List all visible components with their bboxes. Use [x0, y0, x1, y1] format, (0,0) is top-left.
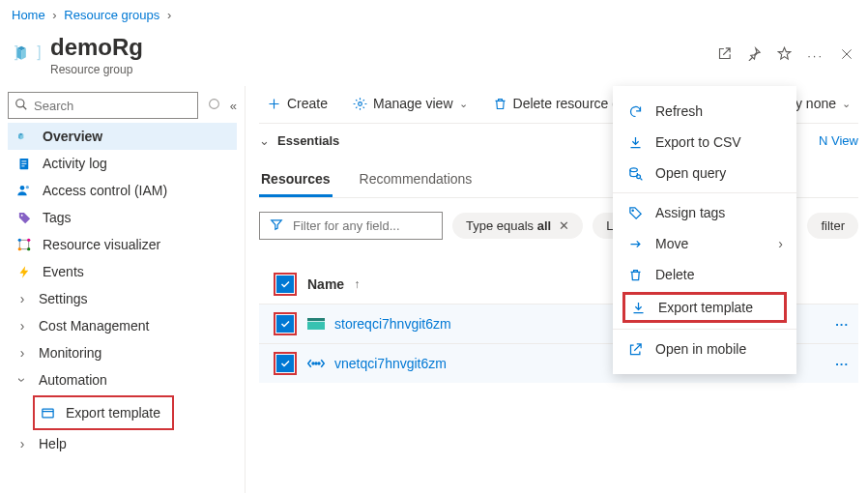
- svg-rect-3: [21, 160, 26, 161]
- collapse-sidebar-icon[interactable]: «: [230, 99, 237, 113]
- arrow-right-icon: [626, 237, 644, 251]
- sidebar-item-iam[interactable]: Access control (IAM): [8, 177, 237, 204]
- sidebar-item-label: Access control (IAM): [43, 183, 167, 198]
- svg-rect-4: [21, 162, 26, 163]
- trash-icon: [493, 97, 507, 111]
- page-title: demoRg: [50, 34, 143, 61]
- svg-point-7: [26, 186, 29, 188]
- visualizer-icon: [15, 237, 33, 252]
- svg-rect-5: [21, 165, 24, 166]
- menu-assign-tags[interactable]: Assign tags: [613, 197, 796, 228]
- resource-link[interactable]: storeqci7hnvgit6zm: [334, 316, 451, 332]
- chevron-down-icon: ⌄: [259, 133, 270, 148]
- svg-rect-15: [307, 318, 325, 321]
- add-filter-pill[interactable]: filter: [807, 213, 858, 239]
- svg-point-21: [636, 174, 640, 178]
- filter-input[interactable]: [293, 218, 432, 233]
- close-icon[interactable]: [839, 46, 854, 65]
- sidebar-item-overview[interactable]: Overview: [8, 123, 237, 150]
- type-filter-pill[interactable]: Type equals all ✕: [452, 213, 583, 239]
- chevron-right-icon: ›: [15, 345, 29, 361]
- template-icon: [39, 406, 56, 420]
- svg-rect-13: [42, 409, 52, 418]
- sidebar: « Overview Activity log Access control (…: [0, 86, 246, 493]
- favorite-icon[interactable]: [777, 46, 792, 64]
- chevron-down-icon: ⌄: [459, 98, 468, 110]
- menu-open-mobile[interactable]: Open in mobile: [613, 334, 796, 364]
- breadcrumb-sep: ›: [167, 8, 171, 22]
- sidebar-item-label: Events: [43, 264, 84, 279]
- button-label: Manage view: [373, 96, 453, 111]
- svg-point-17: [312, 362, 314, 364]
- sidebar-item-label: Resource visualizer: [43, 237, 160, 252]
- search-input[interactable]: [34, 99, 191, 113]
- svg-point-6: [20, 186, 25, 190]
- sidebar-item-events[interactable]: Events: [8, 258, 237, 285]
- svg-point-12: [27, 247, 30, 250]
- row-more-icon[interactable]: ···: [835, 357, 854, 371]
- sidebar-item-cost[interactable]: › Cost Management: [8, 312, 237, 339]
- breadcrumb-sep: ›: [52, 8, 56, 22]
- breadcrumb-home[interactable]: Home: [12, 8, 45, 22]
- chevron-down-icon: ⌄: [842, 98, 851, 110]
- svg-point-11: [18, 247, 21, 250]
- share-icon[interactable]: [717, 46, 732, 64]
- tab-recommendations[interactable]: Recommendations: [358, 163, 475, 197]
- sidebar-item-label: Overview: [43, 129, 102, 144]
- chevron-down-icon: ›: [14, 373, 30, 387]
- create-button[interactable]: Create: [259, 90, 335, 117]
- sidebar-pin-icon[interactable]: [208, 98, 220, 113]
- row-checkbox[interactable]: [276, 355, 294, 372]
- select-all-checkbox[interactable]: [276, 276, 294, 293]
- chevron-right-icon: ›: [15, 318, 29, 334]
- svg-point-20: [629, 167, 637, 171]
- sidebar-item-activity[interactable]: Activity log: [8, 150, 237, 177]
- sidebar-item-label: Automation: [39, 372, 107, 388]
- sidebar-item-export-template[interactable]: Export template: [39, 399, 168, 426]
- resource-group-icon: [14, 42, 41, 69]
- menu-export-csv[interactable]: Export to CSV: [613, 127, 796, 158]
- sidebar-item-automation[interactable]: › Automation: [8, 366, 237, 393]
- query-icon: [626, 166, 644, 181]
- manage-view-button[interactable]: Manage view ⌄: [345, 90, 476, 117]
- resource-link[interactable]: vnetqci7hnvgit6zm: [334, 356, 447, 371]
- svg-point-14: [359, 102, 362, 105]
- sidebar-item-label: Cost Management: [39, 318, 149, 334]
- vnet-icon: [307, 357, 325, 370]
- svg-point-8: [20, 214, 22, 216]
- json-view-link[interactable]: N View: [819, 133, 858, 148]
- menu-open-query[interactable]: Open query: [613, 158, 796, 188]
- filter-input-wrap[interactable]: [259, 212, 443, 240]
- pin-icon[interactable]: [747, 46, 762, 64]
- page-header: demoRg Resource group ···: [0, 30, 868, 86]
- sidebar-item-settings[interactable]: › Settings: [8, 285, 237, 312]
- tab-resources[interactable]: Resources: [259, 163, 333, 197]
- sidebar-item-monitoring[interactable]: › Monitoring: [8, 339, 237, 366]
- breadcrumb: Home › Resource groups ›: [0, 0, 868, 30]
- sidebar-item-tags[interactable]: Tags: [8, 204, 237, 231]
- breadcrumb-rg[interactable]: Resource groups: [64, 8, 159, 22]
- menu-delete[interactable]: Delete: [613, 259, 796, 290]
- chevron-right-icon: ›: [15, 436, 29, 451]
- storage-icon: [307, 317, 325, 331]
- sidebar-item-help[interactable]: › Help: [8, 430, 237, 457]
- menu-move[interactable]: Move ›: [613, 228, 796, 259]
- sidebar-item-resvis[interactable]: Resource visualizer: [8, 231, 237, 258]
- row-more-icon[interactable]: ···: [835, 317, 854, 332]
- svg-point-22: [632, 210, 633, 211]
- sidebar-item-label: Monitoring: [39, 345, 101, 361]
- chevron-right-icon: ›: [778, 236, 783, 251]
- context-menu: Refresh Export to CSV Open query Assign …: [613, 86, 796, 374]
- row-checkbox[interactable]: [276, 315, 294, 333]
- chevron-right-icon: ›: [15, 291, 29, 306]
- search-input-wrap[interactable]: [8, 92, 198, 119]
- menu-export-template[interactable]: Export template: [629, 300, 780, 315]
- gear-icon: [353, 97, 367, 111]
- clear-filter-icon[interactable]: ✕: [559, 218, 569, 233]
- download-icon: [626, 135, 644, 150]
- svg-point-1: [209, 100, 218, 109]
- plus-icon: [267, 97, 281, 111]
- svg-point-18: [315, 362, 317, 364]
- more-icon[interactable]: ···: [807, 48, 824, 63]
- menu-refresh[interactable]: Refresh: [613, 96, 796, 127]
